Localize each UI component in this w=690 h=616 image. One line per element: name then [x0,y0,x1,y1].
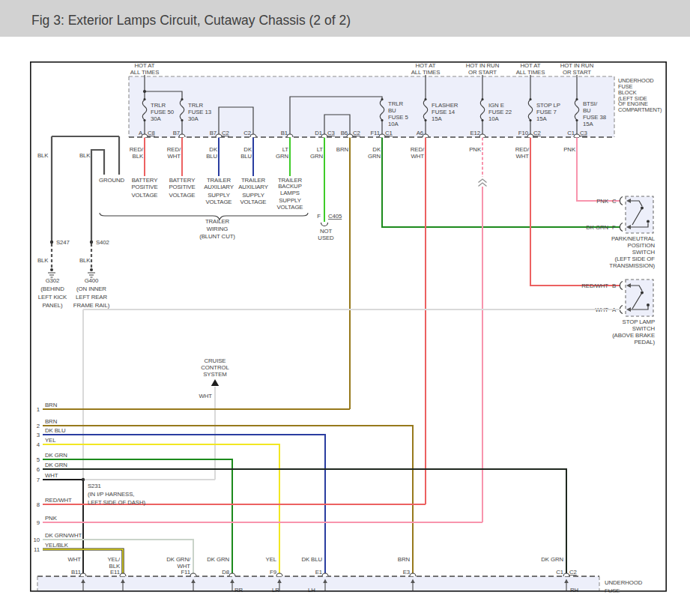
row-color-label: DK BLU [45,427,66,434]
wire-color-label: RED/ [167,146,181,153]
top-wire-color-labels: RED/BLK RED/WHT DKBLU DKBLU LTGRN LTGRN … [130,146,576,160]
svg-text:(BLUNT CUT): (BLUNT CUT) [199,233,235,240]
row-number: 4 [37,441,40,448]
not-used-label: NOT [320,228,332,235]
row-number: 8 [37,501,40,508]
svg-text:15A: 15A [583,121,593,127]
row-color-label: RED/WHT [45,497,72,504]
source-label: HOT AT [135,62,155,69]
svg-text:30A: 30A [188,115,199,122]
svg-text:15A: 15A [432,115,442,122]
row-number: 11 [34,546,40,553]
splice-s231-label: S231 [88,483,101,489]
stop-lamp-switch: RED/WHT B WHT A STOP LAMP SWITCH (ABOVE … [581,280,655,345]
pin-label: E11 [110,569,120,576]
svg-text:FUSE 7: FUSE 7 [536,109,557,115]
ground-symbol [50,268,53,271]
svg-text:SYSTEM: SYSTEM [203,371,226,378]
pin-label: B7 [210,130,217,136]
row-number: 5 [37,456,40,463]
wire-color-label: RED/ [130,146,144,153]
row-color-label: BRN [45,402,57,408]
svg-text:GRN: GRN [368,153,381,160]
wire-color-label: DK [209,146,218,153]
bottom-box [37,576,599,592]
svg-text:VOLTAGE: VOLTAGE [240,199,267,205]
connector-label: C3 [580,130,587,136]
svg-text:POSITIVE: POSITIVE [169,184,195,190]
svg-text:PEDAL): PEDAL) [634,339,655,345]
svg-text:30A: 30A [151,115,161,122]
row-color-label: PNK [45,515,58,522]
pin-label: F9 [270,569,276,576]
row-color-label: WHT [45,472,58,479]
svg-text:LEFT KICK: LEFT KICK [38,294,67,301]
connector-label: C1 [385,130,393,136]
page-cutoff [0,593,690,616]
ground-g400-label: G400 [85,277,99,284]
connector-symbol [321,223,328,226]
diagram-canvas: Fig 3: Exterior Lamps Circuit, Cutaway C… [0,0,690,616]
splice-s247-label: S247 [56,239,70,246]
svg-text:USED: USED [318,235,334,241]
svg-text:ALL TIMES: ALL TIMES [516,69,545,76]
row-number: 1 [37,406,40,413]
switch-label: PARK/NEUTRAL [611,235,656,242]
pin-label: B [612,283,616,289]
wire-color-label: YEL/ [107,556,120,563]
pin-label: E12 [470,130,480,136]
source-labels: HOT AT ALL TIMES HOT AT ALL TIMES HOT IN… [130,62,593,76]
pin-label: E3 [403,569,410,576]
wht-net [43,309,620,574]
wire-color-label: DK [243,146,252,153]
svg-text:(BEHIND: (BEHIND [40,286,64,292]
pin-label: B1 [281,130,288,136]
svg-text:(ABOVE BRAKE: (ABOVE BRAKE [612,332,655,339]
wire-color-label: DK GRN [586,224,608,231]
row-number: 3 [37,432,40,438]
wire-color-label: PNK [596,198,609,205]
row-number: 7 [37,477,40,483]
fuse-label: TRLR [388,100,403,107]
junction-dot [143,90,146,93]
svg-text:PANEL): PANEL) [43,302,63,309]
pin-label: A [139,130,143,136]
pin-label: D1 [315,130,322,136]
svg-text:FUSE 14: FUSE 14 [432,109,456,115]
page-title: Fig 3: Exterior Lamps Circuit, Cutaway C… [31,13,351,28]
pin-label: C1 [567,130,575,136]
switch-label: STOP LAMP [623,318,655,325]
pin-label: F11 [370,130,380,136]
wire-color-label: PNK [563,146,576,153]
svg-text:AUXILIARY: AUXILIARY [238,184,269,190]
diagram-frame [31,62,666,591]
svg-text:BU: BU [388,107,396,114]
svg-text:VOLTAGE: VOLTAGE [169,192,196,199]
s231-splice: S231 (IN I/P HARNESS, LEFT SIDE OF DASH) [88,483,145,506]
svg-text:CONTROL: CONTROL [201,364,229,371]
svg-text:WHT: WHT [516,153,530,160]
pin-label: F [612,224,616,231]
fuse-block-label: UNDERHOOD FUSE BLOCK (LEFT SIDE OF ENGIN… [618,77,662,113]
off-page-arrow [211,379,219,386]
trailer-wiring-brace [100,213,308,220]
fuse-label: STOP LP [536,102,560,109]
wire-color-label: RED/ [515,146,530,153]
svg-text:ALL TIMES: ALL TIMES [130,69,160,76]
connector-label: C8 [148,130,155,136]
wire-color-label: DK BLU [301,556,322,563]
connector-label: C3 [327,130,335,136]
svg-text:BU: BU [583,107,591,114]
svg-text:OR START: OR START [468,69,497,76]
wire-color-label: DK GRN [541,556,563,563]
svg-text:SWITCH: SWITCH [632,325,655,332]
pin-label: D8 [222,569,229,576]
wire-color-label: WHT [199,393,213,399]
row-wire-4 [43,444,279,574]
pin-label: F [317,213,321,220]
pin-label: C1 [556,569,563,576]
wire-color-label: WHT [68,556,82,563]
row-number: 2 [37,423,40,429]
ground-circuit: S247 S402 BLK BLK BLK BLK G302 (BEHIND L… [37,136,119,309]
function-label-ground: GROUND [99,177,125,184]
